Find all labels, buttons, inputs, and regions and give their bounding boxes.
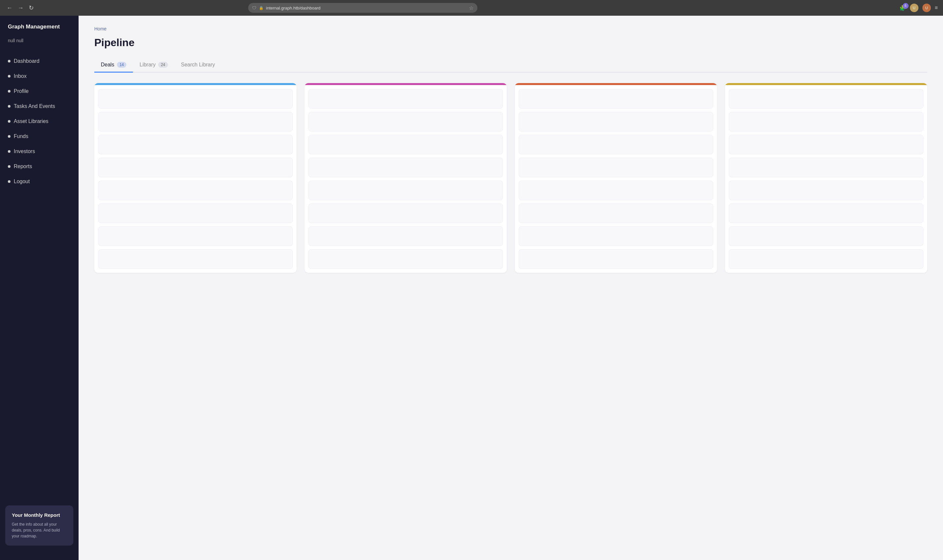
table-row[interactable] [729,249,923,269]
report-card-title: Your Monthly Report [12,512,67,518]
table-row[interactable] [729,158,923,177]
bullet-icon [8,150,11,153]
table-row[interactable] [519,112,713,131]
tab-deals[interactable]: Deals 14 [94,58,133,72]
tab-search-library[interactable]: Search Library [174,58,222,72]
table-row[interactable] [98,226,293,246]
browser-right-controls: 🧩 6 U U ≡ [900,4,938,12]
browser-chrome: ← → ↻ 🛡 🔒 internal.graph.htb/dashboard ☆… [0,0,943,16]
forward-button[interactable]: → [16,4,25,12]
tab-library[interactable]: Library 24 [133,58,174,72]
table-row[interactable] [309,112,503,131]
sidebar-item-label: Dashboard [14,58,39,64]
address-bar[interactable]: 🛡 🔒 internal.graph.htb/dashboard ☆ [248,3,477,13]
table-row[interactable] [729,180,923,200]
table-row[interactable] [729,112,923,131]
sidebar-item-label: Tasks And Events [14,103,55,109]
sidebar-item-logout[interactable]: Logout [0,174,79,189]
column-cards-2 [304,85,507,273]
star-icon[interactable]: ☆ [469,5,474,11]
main-inner: Home Pipeline Deals 14 Library 24 Search… [79,16,943,560]
sidebar-item-dashboard[interactable]: Dashboard [0,54,79,69]
sidebar-item-funds[interactable]: Funds [0,129,79,144]
table-row[interactable] [519,226,713,246]
table-row[interactable] [729,203,923,223]
table-row[interactable] [98,180,293,200]
menu-icon[interactable]: ≡ [935,5,938,11]
table-row[interactable] [309,203,503,223]
table-row[interactable] [519,135,713,154]
tab-deals-badge: 14 [117,62,127,68]
sidebar-item-profile[interactable]: Profile [0,84,79,99]
table-row[interactable] [98,158,293,177]
table-row[interactable] [98,89,293,109]
tab-library-badge: 24 [158,62,168,68]
bullet-icon [8,180,11,183]
table-row[interactable] [309,135,503,154]
bullet-icon [8,105,11,108]
table-row[interactable] [519,203,713,223]
table-row[interactable] [98,203,293,223]
table-row[interactable] [519,158,713,177]
refresh-button[interactable]: ↻ [28,4,35,12]
table-row[interactable] [519,249,713,269]
user-avatar-2[interactable]: U [922,4,931,12]
browser-nav-buttons: ← → ↻ [5,4,35,12]
table-row[interactable] [309,158,503,177]
sidebar-title: Graph Management [0,23,79,38]
sidebar-item-label: Funds [14,134,28,139]
bullet-icon [8,135,11,138]
sidebar-item-reports[interactable]: Reports [0,159,79,174]
sidebar-user: null null [0,38,79,54]
table-row[interactable] [519,89,713,109]
badge-container: 🧩 6 [900,5,906,11]
table-row[interactable] [98,112,293,131]
sidebar-item-label: Inbox [14,73,26,79]
sidebar-item-investors[interactable]: Investors [0,144,79,159]
table-row[interactable] [729,89,923,109]
table-row[interactable] [309,89,503,109]
badge-count: 6 [903,3,909,9]
table-row[interactable] [309,249,503,269]
tab-deals-label: Deals [101,62,114,68]
browser-url: internal.graph.htb/dashboard [266,6,466,11]
app-layout: Graph Management null null Dashboard Inb… [0,16,943,560]
shield-icon: 🛡 [252,6,256,11]
table-row[interactable] [729,226,923,246]
sidebar-item-label: Reports [14,163,32,169]
table-row[interactable] [98,135,293,154]
table-row[interactable] [309,180,503,200]
lock-icon: 🔒 [259,6,264,10]
tabs: Deals 14 Library 24 Search Library [94,58,927,72]
user-avatar-1[interactable]: U [910,4,918,12]
pipeline-column-2 [304,83,507,273]
sidebar-item-asset-libraries[interactable]: Asset Libraries [0,114,79,129]
report-card-description: Get the info about all your deals, pros,… [12,522,67,539]
column-cards-4 [725,85,927,273]
pipeline-column-1 [94,83,297,273]
bullet-icon [8,120,11,123]
sidebar-nav: Dashboard Inbox Profile Tasks And Events… [0,54,79,499]
monthly-report-card[interactable]: Your Monthly Report Get the info about a… [5,505,73,546]
sidebar-item-inbox[interactable]: Inbox [0,69,79,84]
sidebar-item-label: Asset Libraries [14,118,48,124]
sidebar: Graph Management null null Dashboard Inb… [0,16,79,560]
column-cards-1 [94,85,297,273]
table-row[interactable] [519,180,713,200]
sidebar-item-label: Logout [14,178,30,185]
table-row[interactable] [729,135,923,154]
page-title: Pipeline [94,37,927,49]
pipeline-board [94,83,927,273]
table-row[interactable] [309,226,503,246]
bullet-icon [8,90,11,92]
column-cards-3 [515,85,717,273]
back-button[interactable]: ← [5,4,14,12]
table-row[interactable] [98,249,293,269]
sidebar-item-label: Investors [14,149,35,154]
bullet-icon [8,75,11,77]
breadcrumb[interactable]: Home [94,26,927,31]
main-content: Home Pipeline Deals 14 Library 24 Search… [79,16,943,560]
bullet-icon [8,165,11,168]
sidebar-item-tasks-and-events[interactable]: Tasks And Events [0,99,79,114]
tab-library-label: Library [139,62,156,68]
